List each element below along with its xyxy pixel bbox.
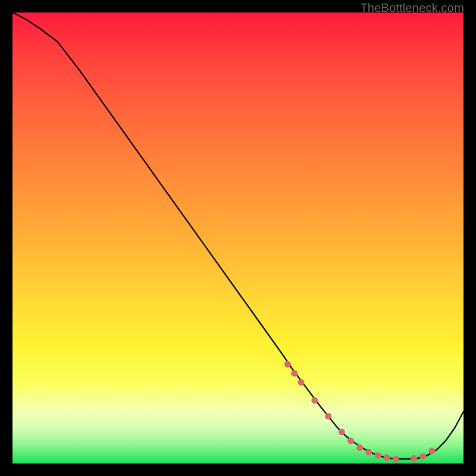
- highlight-dot: [311, 397, 318, 403]
- highlight-dot: [298, 379, 305, 386]
- highlight-dot: [339, 428, 345, 435]
- curve-group: [12, 12, 464, 459]
- highlight-dot: [411, 455, 417, 462]
- bottleneck-curve: [12, 12, 464, 459]
- highlight-dot: [375, 452, 381, 459]
- chart-frame: TheBottleneck.com: [0, 0, 476, 476]
- highlight-dot: [419, 453, 426, 459]
- highlight-dot: [325, 413, 331, 419]
- highlight-dot: [291, 370, 298, 377]
- highlight-dot: [347, 438, 354, 444]
- highlight-dot: [393, 456, 399, 462]
- plot-area: [12, 12, 464, 464]
- highlight-dot: [365, 449, 372, 456]
- watermark-text: TheBottleneck.com: [360, 1, 464, 15]
- highlight-dot: [384, 455, 390, 461]
- chart-svg: [12, 12, 464, 464]
- highlight-dot: [428, 447, 435, 454]
- highlight-dot: [284, 361, 291, 368]
- highlight-dots: [284, 361, 436, 462]
- highlight-dot: [356, 444, 363, 451]
